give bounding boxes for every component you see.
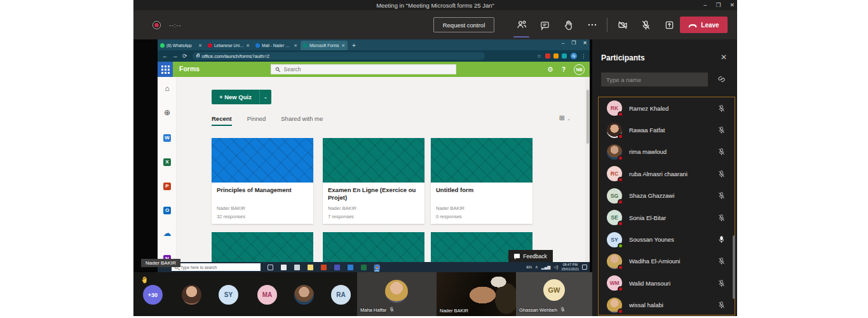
participant-row[interactable]: SYSoussan Younes: [599, 228, 735, 250]
browser-tab[interactable]: Microsoft Forms✕: [301, 41, 348, 50]
taskbar-store-icon[interactable]: [294, 264, 300, 270]
sidebar-item-outlook[interactable]: O: [158, 203, 177, 214]
participant-mic-muted-button[interactable]: [717, 126, 726, 134]
new-tab-button[interactable]: +: [352, 42, 356, 49]
form-card[interactable]: Examen En Ligne (Exercice ou Projet)Nade…: [323, 138, 424, 224]
action-center-icon[interactable]: [582, 265, 587, 270]
taskbar-mail-icon[interactable]: [280, 264, 287, 270]
roster-scrollbar-thumb[interactable]: [733, 235, 735, 299]
form-card[interactable]: Untitled formNader BAKIR0 responses: [431, 138, 532, 224]
participant-mic-muted-button[interactable]: [717, 301, 726, 309]
participant-avatar-photo[interactable]: [294, 285, 314, 305]
copy-link-icon[interactable]: [717, 74, 726, 86]
taskbar-powerpoint-icon[interactable]: [320, 264, 327, 270]
camera-toggle-button[interactable]: [611, 10, 634, 39]
forms-search-box[interactable]: [271, 64, 456, 74]
tab-close-icon[interactable]: ✕: [246, 43, 250, 48]
panel-close-icon[interactable]: ✕: [721, 53, 727, 62]
browser-close-button[interactable]: ✕: [583, 40, 587, 46]
sidebar-item-new-app[interactable]: ⊕: [158, 106, 177, 118]
overflow-participants-badge[interactable]: +30: [143, 285, 163, 305]
network-icon[interactable]: ▂▄▆: [541, 265, 551, 270]
browser-maximize-button[interactable]: ❐: [571, 40, 576, 46]
participant-avatar-initials[interactable]: SY: [219, 285, 238, 305]
browser-menu-icon[interactable]: ⋮: [581, 53, 586, 59]
account-avatar[interactable]: NB: [574, 64, 585, 75]
feedback-button[interactable]: Feedback: [508, 250, 553, 262]
taskbar-clock[interactable]: 08:47 PM 25/01/2021: [561, 263, 579, 271]
participant-mic-muted-button[interactable]: [717, 104, 726, 113]
taskbar-search-box[interactable]: Type here to search: [172, 263, 261, 271]
participant-mic-muted-button[interactable]: [717, 279, 726, 287]
browser-tab[interactable]: Lebanese University✕: [205, 41, 252, 50]
back-icon[interactable]: ←: [162, 53, 168, 59]
participant-row[interactable]: Wadiha El-Amiouni: [599, 251, 735, 272]
video-tile[interactable]: Maha Haffar: [357, 272, 437, 316]
language-indicator[interactable]: EN: [527, 265, 532, 269]
participant-row[interactable]: SESonia El-Bitar: [599, 207, 735, 228]
sidebar-item-onedrive[interactable]: ☁: [158, 227, 177, 238]
share-screen-button[interactable]: [658, 10, 681, 39]
chat-button[interactable]: [533, 10, 557, 39]
app-launcher-waffle-icon[interactable]: [158, 62, 173, 77]
forms-tab-shared-with-me[interactable]: Shared with me: [281, 115, 323, 126]
tab-close-icon[interactable]: ✕: [198, 43, 202, 48]
taskbar-chrome-icon[interactable]: [374, 264, 380, 270]
maximize-button[interactable]: ❐: [715, 2, 721, 8]
forward-icon[interactable]: →: [172, 53, 178, 59]
participant-row[interactable]: WMWalid Mansouri: [599, 272, 735, 294]
participant-search-box[interactable]: [601, 73, 708, 86]
raise-hand-button[interactable]: [557, 10, 580, 39]
video-tile[interactable]: GWGhassan Wehbeh: [516, 272, 592, 316]
participant-mic-muted-button[interactable]: [717, 214, 726, 222]
sidebar-item-excel[interactable]: X: [158, 155, 177, 166]
minimize-button[interactable]: –: [703, 2, 707, 8]
participant-row[interactable]: Rawaa Fatfat: [599, 119, 735, 141]
extension-icon[interactable]: [553, 53, 559, 59]
browser-profile-avatar[interactable]: N: [571, 53, 577, 59]
page-scrollbar[interactable]: [585, 77, 590, 272]
taskbar-excel-icon[interactable]: [360, 264, 367, 270]
tab-close-icon[interactable]: ✕: [341, 43, 345, 48]
sidebar-item-powerpoint[interactable]: P: [158, 179, 177, 190]
participant-search-input[interactable]: [606, 76, 703, 83]
sidebar-item-home[interactable]: ⌂: [158, 82, 177, 93]
participant-avatar-photo[interactable]: [182, 285, 201, 305]
participant-row[interactable]: RKRamez Khaled: [599, 97, 735, 119]
tab-close-icon[interactable]: ✕: [294, 43, 297, 48]
taskbar-teams-icon[interactable]: [334, 264, 340, 270]
close-button[interactable]: ✕: [729, 2, 735, 8]
extension-icon[interactable]: [545, 53, 550, 59]
taskbar-explorer-icon[interactable]: [307, 264, 313, 270]
participant-mic-muted-button[interactable]: [717, 257, 726, 265]
participant-mic-muted-button[interactable]: [717, 191, 726, 200]
participant-mic-on-button[interactable]: [717, 235, 726, 244]
new-quiz-dropdown-chevron[interactable]: ⌄: [259, 90, 271, 104]
participant-row[interactable]: SGShaza Ghazzawi: [599, 185, 735, 207]
form-card[interactable]: Principles of ManagementNader BAKIR32 re…: [212, 138, 313, 224]
leave-button[interactable]: Leave: [680, 17, 728, 33]
more-options-button[interactable]: [580, 10, 604, 39]
participant-avatar-initials[interactable]: MA: [257, 285, 277, 305]
forms-tab-recent[interactable]: Recent: [212, 115, 232, 126]
settings-gear-icon[interactable]: ⚙: [547, 66, 553, 74]
view-toggle-icon[interactable]: ⊞ ⌄: [559, 114, 571, 122]
browser-minimize-button[interactable]: –: [562, 40, 564, 46]
participant-mic-muted-button[interactable]: [717, 148, 726, 156]
page-scrollbar-thumb[interactable]: [587, 90, 589, 144]
forms-tab-pinned[interactable]: Pinned: [247, 115, 266, 126]
request-control-button[interactable]: Request control: [433, 17, 494, 32]
video-tile[interactable]: Nader BAKIR: [437, 272, 516, 316]
taskbar-task-view-icon[interactable]: [267, 264, 273, 270]
help-icon[interactable]: ?: [562, 66, 566, 73]
browser-tab[interactable]: Mail - Nader BAKIR - Outlook✕: [253, 41, 300, 50]
participant-row[interactable]: rima mawloud: [599, 141, 735, 163]
participant-row[interactable]: RCruba Almasri chaarani: [599, 163, 735, 184]
browser-tab[interactable]: (6) WhatsApp✕: [158, 41, 205, 50]
extension-icon[interactable]: [562, 53, 567, 59]
participant-mic-muted-button[interactable]: [717, 170, 726, 178]
bookmark-star-icon[interactable]: ☆: [537, 53, 541, 59]
url-box[interactable]: office.com/launch/forms?auth=2: [193, 52, 485, 60]
participant-avatar-initials[interactable]: RA: [331, 285, 351, 305]
tray-chevron-icon[interactable]: ∧: [535, 265, 538, 270]
